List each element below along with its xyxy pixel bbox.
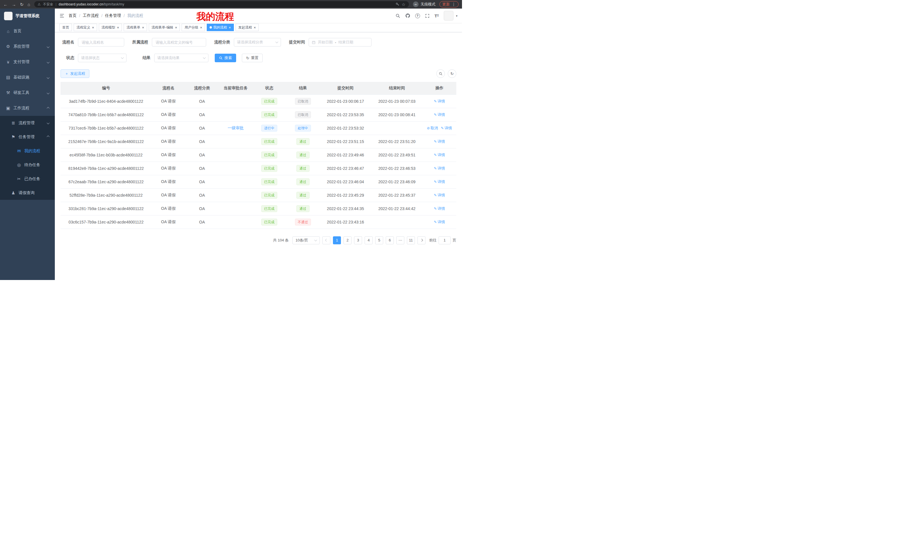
page-button[interactable]: 11 (407, 236, 415, 244)
close-icon[interactable]: × (142, 26, 144, 29)
tab[interactable]: 发起流程× (236, 24, 259, 31)
chevron-down-icon (47, 45, 50, 48)
tab[interactable]: 流程模型× (99, 24, 122, 31)
tab[interactable]: 流程表单× (124, 24, 147, 31)
hamburger-icon[interactable] (59, 13, 64, 18)
bookmark-star-icon[interactable]: ☆ (402, 2, 405, 7)
cell-end-time (371, 121, 423, 135)
sidebar: 芋道管理系统 ⌂首页⚙系统管理¥支付管理▤基础设施⚒研发工具▣工作流程≣流程管理… (0, 9, 55, 280)
action-cancel-link[interactable]: ⊘取消 (427, 126, 438, 131)
kebab-menu-icon[interactable]: ⋮ (452, 2, 456, 7)
sidebar-item[interactable]: ≣流程管理 (0, 116, 55, 130)
cell-current-task: 一级审批 (219, 121, 252, 135)
close-icon[interactable]: × (229, 26, 231, 29)
table-row: 819442e8-7b9a-11ec-a290-acde48001122OA 请… (60, 162, 456, 175)
page-button[interactable]: 3 (354, 236, 362, 244)
fullscreen-icon[interactable] (425, 13, 430, 18)
next-page-button[interactable] (417, 236, 426, 244)
workflow-icon: ▣ (6, 106, 10, 111)
category-select[interactable]: 请选择流程分类 (234, 38, 281, 46)
sidebar-item[interactable]: ⚒研发工具 (0, 85, 55, 100)
reset-button[interactable]: ↻ 重置 (242, 54, 263, 62)
close-icon[interactable]: × (92, 26, 94, 29)
result-select[interactable]: 请选择流结果 (154, 54, 208, 62)
goto-page-input[interactable] (439, 236, 451, 244)
page-size-select[interactable]: 10条/页 (292, 236, 320, 244)
pagination: 共 104 条 10条/页 123456⋯11 前往 页 (60, 236, 456, 244)
refresh-icon: ↻ (246, 56, 249, 60)
toggle-search-button[interactable] (436, 69, 445, 78)
page-button[interactable]: 5 (375, 236, 383, 244)
page-button[interactable]: 1 (333, 236, 341, 244)
page-button[interactable]: 6 (386, 236, 394, 244)
caret-down-icon[interactable]: ▾ (456, 14, 458, 17)
sidebar-item[interactable]: ▣工作流程 (0, 100, 55, 116)
action-detail-link[interactable]: ✎详情 (434, 166, 445, 171)
action-detail-link[interactable]: ✎详情 (434, 99, 445, 104)
sidebar-item[interactable]: ⚙系统管理 (0, 39, 55, 54)
action-detail-link[interactable]: ✎详情 (434, 112, 445, 117)
close-icon[interactable]: × (254, 26, 256, 29)
sidebar-item[interactable]: ✂已办任务 (0, 172, 55, 186)
reload-icon[interactable]: ↻ (20, 2, 24, 7)
forward-icon[interactable]: → (12, 2, 16, 7)
search-button[interactable]: 搜索 (215, 54, 236, 62)
update-button[interactable]: 更新 ⋮ (440, 1, 459, 7)
insecure-label: 不安全 (43, 2, 53, 7)
prev-page-button[interactable] (322, 236, 330, 244)
action-label: 详情 (438, 99, 445, 104)
sidebar-item[interactable]: ✉我的流程 (0, 144, 55, 158)
avatar[interactable] (444, 11, 453, 21)
cell-actions: ✎详情 (423, 135, 456, 148)
action-detail-link[interactable]: ✎详情 (434, 193, 445, 198)
page-button[interactable]: 2 (344, 236, 351, 244)
status-badge: 已完成 (261, 205, 277, 212)
action-label: 详情 (438, 153, 445, 157)
tab[interactable]: 首页 (59, 24, 72, 31)
action-detail-link[interactable]: ✎详情 (434, 220, 445, 225)
address-bar[interactable]: ⚠ 不安全 | dashboard.yudao.iocoder.cn/bpm/t… (34, 1, 409, 7)
help-icon[interactable]: ? (415, 13, 420, 18)
incognito-icon: ∞ (413, 1, 418, 7)
close-icon[interactable]: × (200, 26, 202, 29)
submit-time-daterange[interactable]: 开始日期 - 结束日期 (309, 38, 372, 46)
breadcrumb-item[interactable]: 首页 (69, 13, 76, 18)
process-name-input[interactable] (78, 38, 124, 46)
browser-home-icon[interactable]: ⌂ (28, 2, 30, 7)
cell-actions: ✎详情 (423, 148, 456, 162)
sidebar-item[interactable]: ¥支付管理 (0, 54, 55, 70)
sidebar-item[interactable]: ⚑任务管理 (0, 130, 55, 144)
page-button[interactable]: 4 (364, 236, 373, 244)
close-icon[interactable]: × (117, 26, 119, 29)
breadcrumb-item[interactable]: 工作流程 (83, 13, 99, 18)
cell-status: 已完成 (252, 189, 286, 202)
search-icon[interactable] (396, 13, 400, 18)
refresh-table-button[interactable]: ↻ (448, 69, 456, 78)
password-key-icon[interactable] (396, 2, 399, 6)
tab[interactable]: 用户分组× (182, 24, 205, 31)
current-task-link[interactable]: 一级审批 (228, 126, 244, 130)
tab[interactable]: 流程表单-编辑× (149, 24, 180, 31)
close-icon[interactable]: × (175, 26, 177, 29)
github-icon[interactable] (405, 13, 410, 18)
sidebar-item[interactable]: ⌂首页 (0, 23, 55, 39)
action-detail-link[interactable]: ✎详情 (434, 179, 445, 184)
action-detail-link[interactable]: ✎详情 (434, 206, 445, 211)
sidebar-item[interactable]: ◎待办任务 (0, 158, 55, 172)
action-detail-link[interactable]: ✎详情 (434, 139, 445, 144)
font-size-icon[interactable]: TT (435, 13, 439, 18)
action-detail-link[interactable]: ✎详情 (441, 126, 452, 131)
sidebar-item[interactable]: ♟请假查询 (0, 186, 55, 200)
create-process-button[interactable]: ＋ 发起流程 (60, 69, 89, 78)
action-detail-link[interactable]: ✎详情 (434, 153, 445, 157)
cell-status: 已完成 (252, 148, 286, 162)
tab[interactable]: 流程定义× (74, 24, 97, 31)
tab[interactable]: 我的流程× (207, 24, 234, 31)
parent-process-input[interactable] (152, 38, 206, 46)
back-icon[interactable]: ← (3, 2, 8, 7)
cell-current-task (219, 148, 252, 162)
sidebar-item[interactable]: ▤基础设施 (0, 70, 55, 85)
page-button[interactable]: ⋯ (396, 236, 404, 244)
status-select[interactable]: 请选择状态 (78, 54, 126, 62)
breadcrumb-item[interactable]: 任务管理 (105, 13, 121, 18)
